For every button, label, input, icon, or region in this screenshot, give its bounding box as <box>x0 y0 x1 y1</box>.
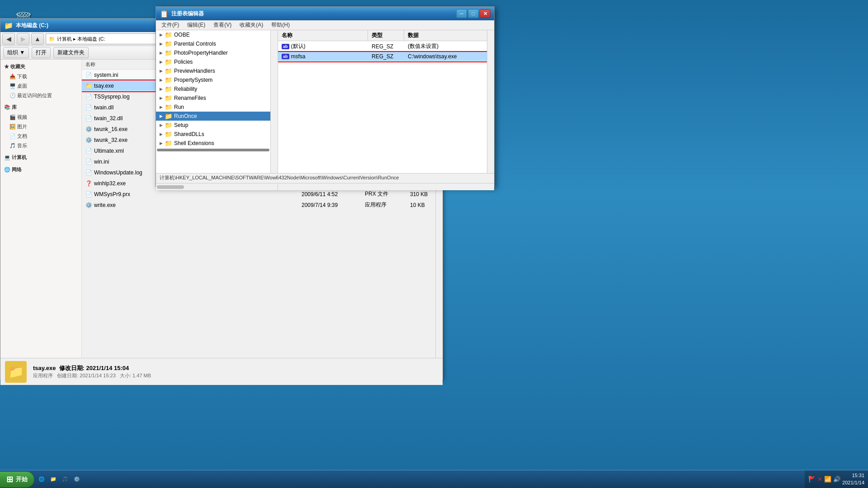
folder-icon: 📁 <box>165 94 172 102</box>
explorer-sidebar: ★ 收藏夹 📥 下载 🖥️ 桌面 🕐 最近访问的位置 📚 库 🎬 视频 🖼️ 图… <box>0 60 82 358</box>
tray-flag-icon: 🚩 <box>808 476 816 483</box>
expand-arrow: ▶ <box>160 87 163 91</box>
regtree-item-oobe[interactable]: ▶ 📁 OOBE <box>156 30 270 39</box>
regtree-item-propertysystem[interactable]: ▶ 📁 PropertySystem <box>156 75 270 84</box>
organize-button[interactable]: 组织 ▼ <box>3 47 29 58</box>
file-date-cell: 2009/6/11 4:52 <box>298 189 361 199</box>
status-file-icon: 📁 <box>5 361 27 383</box>
sidebar-item-downloads[interactable]: 📥 下载 <box>0 72 81 81</box>
tray-network-icon: 📶 <box>824 476 831 483</box>
regtree-item-runonce[interactable]: ▶ 📁 RunOnce <box>156 112 270 121</box>
start-label: 开始 <box>16 475 28 483</box>
folder-icon: 📁 <box>165 113 172 120</box>
menu-file[interactable]: 文件(F) <box>158 20 183 30</box>
regtree-scrollbar[interactable] <box>270 30 278 173</box>
open-label: 打开 <box>36 49 47 56</box>
regval-name-cell: ab (默认) <box>278 41 368 52</box>
tray-icons: 🚩 ✕ 📶 🔊 <box>808 476 840 483</box>
taskbar-ie-icon[interactable]: 🌐 <box>36 474 47 485</box>
hscroll-thumb <box>157 185 184 189</box>
taskbar-explorer-icon[interactable]: 📁 <box>48 474 59 485</box>
taskbar-items: 🌐 📁 🎵 ⚙️ <box>34 474 805 485</box>
menu-view[interactable]: 查看(V) <box>210 20 235 30</box>
regtree-item-policies[interactable]: ▶ 📁 Policies <box>156 57 270 66</box>
file-date-cell: 2009/7/14 9:39 <box>298 200 361 210</box>
regtree-item-shellext[interactable]: ▶ 📁 Shell Extensions <box>156 139 270 148</box>
open-button[interactable]: 打开 <box>32 47 51 58</box>
expand-arrow: ▶ <box>160 51 163 55</box>
regtree-hscroll[interactable] <box>156 183 278 190</box>
expand-arrow: ▶ <box>160 69 163 73</box>
regvalue-row-default[interactable]: ab (默认) REG_SZ (数值未设置) <box>278 41 494 52</box>
sidebar-item-recent[interactable]: 🕐 最近访问的位置 <box>0 91 81 100</box>
regedit-content: ▶ 📁 OOBE ▶ 📁 Parental Controls ▶ 📁 Photo… <box>156 30 494 173</box>
explorer-statusbar: 📁 tsay.exe 修改日期: 2021/1/14 15:04 应用程序 创建… <box>0 358 443 385</box>
regedit-minimize-button[interactable]: ─ <box>456 9 467 18</box>
regvalues-scrollbar[interactable] <box>487 30 494 173</box>
regtree-item-reliability[interactable]: ▶ 📁 Reliability <box>156 84 270 94</box>
address-text: 计算机 ▸ 本地磁盘 (C: <box>57 36 105 42</box>
regvalues-panel: 名称 类型 数据 ab (默认) REG_SZ (数值未设置) ab <box>278 30 494 173</box>
regedit-menubar: 文件(F) 编辑(E) 查看(V) 收藏夹(A) 帮助(H) <box>156 20 494 30</box>
file-type-cell: PRX 文件 <box>361 189 406 199</box>
up-button[interactable]: ▲ <box>31 33 44 45</box>
regtree-label: Parental Controls <box>174 41 216 47</box>
folder-icon: 📁 <box>165 40 172 47</box>
folder-icon: 📁 <box>165 122 172 129</box>
regval-hscroll[interactable] <box>278 183 494 190</box>
taskbar-media-icon[interactable]: 🎵 <box>60 474 71 485</box>
regvalue-row-msfsa[interactable]: ab msfsa REG_SZ C:\windows\tsay.exe <box>278 52 494 61</box>
regedit-title-icon: 📋 <box>160 9 169 18</box>
regval-col-name[interactable]: 名称 <box>278 30 368 41</box>
folder-icon: 📁 <box>165 85 172 93</box>
status-info: tsay.exe 修改日期: 2021/1/14 15:04 应用程序 创建日期… <box>33 364 151 379</box>
regtree-item-renamefiles[interactable]: ▶ 📁 RenameFiles <box>156 94 270 103</box>
regtree-item-setup[interactable]: ▶ 📁 Setup <box>156 121 270 130</box>
forward-button[interactable]: ▶ <box>17 33 29 45</box>
expand-arrow: ▶ <box>160 123 163 127</box>
back-button[interactable]: ◀ <box>2 33 15 45</box>
start-button[interactable]: ⊞ 开始 <box>0 471 34 488</box>
menu-help[interactable]: 帮助(H) <box>268 20 293 30</box>
sidebar-library-header: 📚 库 <box>0 102 81 113</box>
expand-arrow: ▶ <box>160 33 163 37</box>
regedit-hscroll <box>156 183 494 190</box>
regtree-item-photo[interactable]: ▶ 📁 PhotoPropertyHandler <box>156 48 270 57</box>
status-type-size: 应用程序 创建日期: 2021/1/14 15:23 大小: 1.47 MB <box>33 372 151 379</box>
sidebar-item-video[interactable]: 🎬 视频 <box>0 113 81 122</box>
regedit-maximize-button[interactable]: □ <box>468 9 479 18</box>
regval-col-type[interactable]: 类型 <box>368 30 404 41</box>
regedit-title-text: 注册表编辑器 <box>171 10 456 18</box>
sidebar-item-music[interactable]: 🎵 音乐 <box>0 141 81 150</box>
regtree-label: OOBE <box>174 32 190 38</box>
new-folder-button[interactable]: 新建文件夹 <box>53 47 89 58</box>
sidebar-item-documents[interactable]: 📄 文档 <box>0 131 81 141</box>
regval-col-data[interactable]: 数据 <box>404 30 494 41</box>
menu-edit[interactable]: 编辑(E) <box>184 20 209 30</box>
regtree-item-parental[interactable]: ▶ 📁 Parental Controls <box>156 39 270 48</box>
tray-x-icon: ✕ <box>817 476 822 483</box>
desktop: 🗑️ 回收站 🔧 驱动总裁 📄 USM_PE驱动安装日志.txt 📁 本地磁盘 … <box>0 0 868 488</box>
regtree-item-run[interactable]: ▶ 📁 Run <box>156 103 270 112</box>
tray-time[interactable]: 15:31 2021/1/14 <box>842 472 864 486</box>
menu-favorites[interactable]: 收藏夹(A) <box>236 20 267 30</box>
regtree-label: Run <box>174 104 184 110</box>
expand-arrow: ▶ <box>160 60 163 64</box>
folder-icon: 📁 <box>165 76 172 84</box>
regval-ab-icon: ab <box>282 54 289 59</box>
regtree-item-preview[interactable]: ▶ 📁 PreviewHandlers <box>156 66 270 75</box>
sidebar-item-pictures[interactable]: 🖼️ 图片 <box>0 122 81 131</box>
regedit-titlebar: 📋 注册表编辑器 ─ □ ✕ <box>156 7 494 20</box>
regtree-label: SharedDLLs <box>174 131 204 137</box>
regtree-item-shareddlls[interactable]: ▶ 📁 SharedDLLs <box>156 130 270 139</box>
table-row[interactable]: 📄 WMSysPr9.prx 2009/6/11 4:52 PRX 文件 310… <box>82 189 443 200</box>
regval-data-cell: C:\windows\tsay.exe <box>404 52 494 61</box>
regedit-statusbar: 计算机\HKEY_LOCAL_MACHINE\SOFTWARE\Wow6432N… <box>156 173 494 183</box>
sidebar-item-desktop[interactable]: 🖥️ 桌面 <box>0 81 81 91</box>
regtree-label: PhotoPropertyHandler <box>174 50 228 56</box>
regval-ab-icon: ab <box>282 44 289 49</box>
table-row[interactable]: ⚙️ write.exe 2009/7/14 9:39 应用程序 10 KB <box>82 200 443 211</box>
taskbar: ⊞ 开始 🌐 📁 🎵 ⚙️ 🚩 ✕ 📶 🔊 15:31 2021/1/14 <box>0 470 868 488</box>
regedit-close-button[interactable]: ✕ <box>480 9 491 18</box>
taskbar-settings-icon[interactable]: ⚙️ <box>71 474 82 485</box>
